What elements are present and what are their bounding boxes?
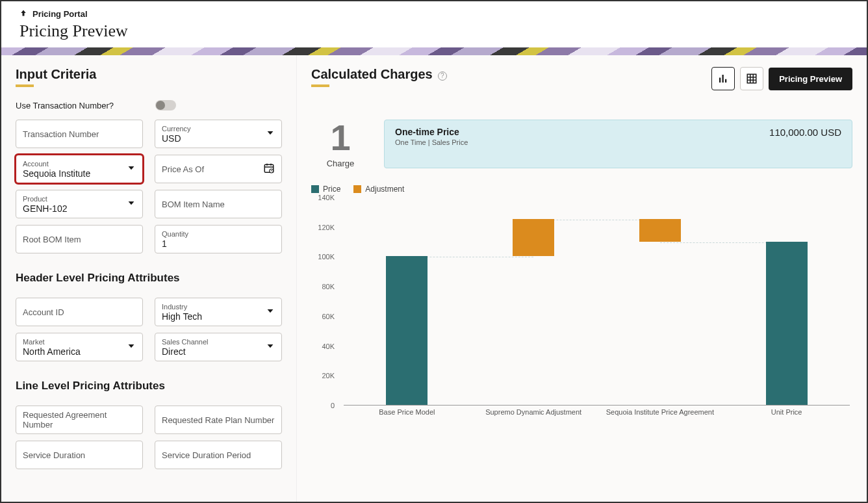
calculated-charges-title: Calculated Charges [311, 67, 433, 82]
charge-count-number: 1 [311, 120, 370, 156]
product-select[interactable]: Product GENH-102 [16, 190, 143, 218]
chart-view-button[interactable] [711, 67, 735, 90]
svg-rect-7 [725, 79, 726, 83]
charge-card-subtitle: One Time | Sales Price [395, 138, 468, 146]
industry-select[interactable]: Industry High Tech [155, 298, 282, 326]
y-tick: 60K [322, 313, 335, 320]
chevron-down-icon [266, 129, 275, 140]
y-tick: 120K [318, 224, 335, 231]
account-id-field[interactable]: Account ID [16, 298, 143, 326]
quantity-value: 1 [162, 239, 275, 249]
price-bar [386, 256, 428, 405]
table-view-button[interactable] [740, 67, 763, 90]
service-duration-field[interactable]: Service Duration [16, 441, 143, 469]
sales-channel-value: Direct [162, 346, 275, 357]
header-attrs-title: Header Level Pricing Attributes [16, 272, 282, 285]
account-label: Account [23, 160, 136, 168]
chevron-down-icon [127, 342, 136, 353]
x-label: Unit Price [771, 408, 802, 416]
svg-rect-8 [747, 74, 756, 83]
product-value: GENH-102 [23, 203, 136, 214]
market-value: North America [23, 346, 136, 357]
chevron-down-icon [266, 342, 275, 353]
charge-card-amount: 110,000.00 USD [769, 127, 841, 138]
requested-agreement-number-field[interactable]: Requested Agreement Number [16, 406, 143, 434]
adjustment-swatch [353, 185, 361, 193]
adjustment-bar [513, 219, 554, 256]
legend-price: Price [311, 185, 340, 194]
service-duration-period-placeholder: Service Duration Period [162, 450, 275, 460]
requested-rate-plan-number-placeholder: Requested Rate Plan Number [162, 415, 275, 425]
y-tick: 80K [322, 283, 335, 290]
calendar-icon [263, 162, 275, 176]
requested-agreement-number-placeholder: Requested Agreement Number [23, 410, 136, 430]
root-bom-item-field[interactable]: Root BOM Item [16, 225, 143, 253]
quantity-field[interactable]: Quantity 1 [155, 225, 282, 253]
breadcrumb-label: Pricing Portal [32, 9, 88, 19]
currency-select[interactable]: Currency USD [155, 120, 282, 148]
transaction-number-placeholder: Transaction Number [23, 129, 136, 139]
account-id-placeholder: Account ID [23, 307, 136, 317]
y-tick: 20K [322, 372, 335, 380]
price-bar [766, 242, 808, 405]
input-criteria-title: Input Criteria [16, 67, 282, 82]
chevron-down-icon [127, 199, 136, 210]
x-label: Sequoia Institute Price Agreement [606, 408, 714, 416]
y-tick: 40K [322, 342, 335, 350]
charge-count-label: Charge [311, 159, 370, 168]
industry-label: Industry [162, 303, 275, 311]
price-as-of-placeholder: Price As Of [162, 164, 275, 174]
chevron-down-icon [266, 307, 275, 318]
currency-label: Currency [162, 125, 275, 133]
requested-rate-plan-number-field[interactable]: Requested Rate Plan Number [155, 406, 282, 434]
charge-card[interactable]: One-time Price One Time | Sales Price 11… [384, 120, 852, 168]
account-value: Sequoia Institute [23, 168, 136, 179]
chevron-down-icon [127, 164, 136, 175]
svg-rect-6 [722, 75, 724, 83]
root-bom-item-placeholder: Root BOM Item [23, 235, 136, 244]
line-attrs-title: Line Level Pricing Attributes [16, 380, 282, 393]
market-label: Market [23, 338, 136, 346]
y-tick: 140K [318, 194, 335, 201]
legend-adjustment-label: Adjustment [365, 185, 404, 194]
market-select[interactable]: Market North America [16, 333, 143, 361]
chart-legend: Price Adjustment [311, 185, 852, 194]
charge-count: 1 Charge [311, 120, 370, 168]
legend-price-label: Price [323, 185, 340, 194]
industry-value: High Tech [162, 311, 275, 322]
y-tick: 100K [318, 253, 335, 261]
price-as-of-field[interactable]: Price As Of [155, 155, 282, 183]
quantity-label: Quantity [162, 230, 275, 238]
page-title: Pricing Preview [19, 21, 849, 41]
adjustment-bar [639, 219, 681, 241]
title-underline [16, 84, 34, 87]
waterfall-chart: 020K40K60K80K100K120K140K Base Price Mod… [311, 198, 852, 419]
arrow-up-icon [19, 9, 27, 19]
svg-rect-5 [719, 78, 721, 83]
transaction-number-field[interactable]: Transaction Number [16, 120, 143, 148]
pricing-preview-button[interactable]: Pricing Preview [769, 68, 852, 90]
y-tick: 0 [331, 402, 335, 409]
legend-adjustment: Adjustment [353, 185, 404, 194]
sales-channel-label: Sales Channel [162, 338, 275, 346]
use-transaction-number-label: Use Transaction Number? [16, 101, 114, 110]
title-underline [311, 84, 329, 87]
help-icon[interactable]: ? [438, 71, 447, 81]
product-label: Product [23, 195, 136, 203]
service-duration-placeholder: Service Duration [23, 450, 136, 460]
bom-item-name-placeholder: BOM Item Name [162, 200, 275, 209]
price-swatch [311, 185, 319, 193]
decorative-stripe [1, 47, 867, 55]
use-transaction-number-toggle[interactable] [155, 100, 176, 110]
currency-value: USD [162, 133, 275, 144]
sales-channel-select[interactable]: Sales Channel Direct [155, 333, 282, 361]
breadcrumb[interactable]: Pricing Portal [19, 9, 849, 19]
calculated-charges-panel: Calculated Charges ? Pricing Preview [297, 55, 867, 503]
service-duration-period-field[interactable]: Service Duration Period [155, 441, 282, 469]
account-select[interactable]: Account Sequoia Institute [16, 155, 143, 183]
x-label: Supremo Dynamic Adjustment [485, 408, 581, 416]
charge-card-title: One-time Price [395, 127, 468, 137]
bom-item-name-field[interactable]: BOM Item Name [155, 190, 282, 218]
x-label: Base Price Model [379, 408, 435, 416]
input-criteria-panel: Input Criteria Use Transaction Number? T… [1, 55, 297, 503]
